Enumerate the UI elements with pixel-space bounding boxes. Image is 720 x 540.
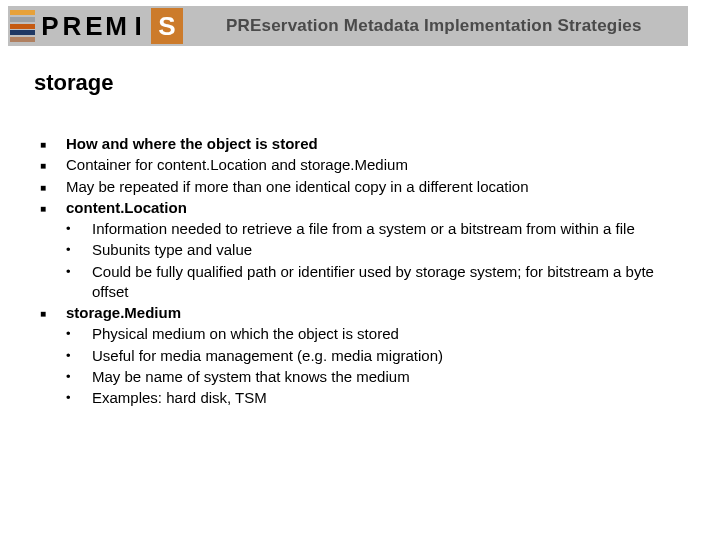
sub-bullet-text: Physical medium on which the object is s… (92, 324, 680, 344)
logo-letter: P (39, 11, 61, 42)
sub-bullet-text: Information needed to retrieve a file fr… (92, 219, 680, 239)
logo-letter: M (105, 11, 127, 42)
bullet-text: content.Location (66, 198, 680, 218)
logo-letter: E (83, 11, 105, 42)
sub-bullet-item: •May be name of system that knows the me… (66, 367, 680, 387)
dot-bullet-icon: • (66, 219, 92, 238)
logo-letters: P R E M I (39, 11, 149, 42)
sub-bullet-text: Could be fully qualified path or identif… (92, 262, 680, 303)
dot-bullet-icon: • (66, 388, 92, 407)
sub-bullet-item: •Could be fully qualified path or identi… (66, 262, 680, 303)
slide-content: ■How and where the object is stored■Cont… (40, 134, 680, 408)
bullet-item: ■Container for content.Location and stor… (40, 155, 680, 175)
bullet-item: ■storage.Medium (40, 303, 680, 323)
premis-logo: P R E M I S (8, 6, 208, 46)
sub-bullet-item: •Examples: hard disk, TSM (66, 388, 680, 408)
bullet-item: ■content.Location (40, 198, 680, 218)
dot-bullet-icon: • (66, 367, 92, 386)
sub-bullet-text: Subunits type and value (92, 240, 680, 260)
sub-bullet-text: May be name of system that knows the med… (92, 367, 680, 387)
dot-bullet-icon: • (66, 240, 92, 259)
sub-bullet-item: •Useful for media management (e.g. media… (66, 346, 680, 366)
slide-title: storage (34, 70, 720, 96)
bullet-text: May be repeated if more than one identic… (66, 177, 680, 197)
header-banner: P R E M I S PREservation Metadata Implem… (8, 6, 688, 46)
square-bullet-icon: ■ (40, 155, 66, 173)
square-bullet-icon: ■ (40, 134, 66, 152)
sub-bullet-item: •Information needed to retrieve a file f… (66, 219, 680, 239)
banner-title: PREservation Metadata Implementation Str… (226, 16, 642, 36)
sub-bullet-item: •Physical medium on which the object is … (66, 324, 680, 344)
logo-bars-icon (10, 8, 35, 44)
bullet-item: ■May be repeated if more than one identi… (40, 177, 680, 197)
bullet-text: Container for content.Location and stora… (66, 155, 680, 175)
bullet-item: ■How and where the object is stored (40, 134, 680, 154)
dot-bullet-icon: • (66, 262, 92, 281)
dot-bullet-icon: • (66, 324, 92, 343)
bullet-text: storage.Medium (66, 303, 680, 323)
square-bullet-icon: ■ (40, 303, 66, 321)
square-bullet-icon: ■ (40, 198, 66, 216)
sub-bullet-item: •Subunits type and value (66, 240, 680, 260)
square-bullet-icon: ■ (40, 177, 66, 195)
logo-block: S (151, 8, 183, 44)
logo-letter: R (61, 11, 83, 42)
bullet-text: How and where the object is stored (66, 134, 680, 154)
sub-bullet-text: Examples: hard disk, TSM (92, 388, 680, 408)
dot-bullet-icon: • (66, 346, 92, 365)
sub-bullet-text: Useful for media management (e.g. media … (92, 346, 680, 366)
logo-letter: I (127, 11, 149, 42)
